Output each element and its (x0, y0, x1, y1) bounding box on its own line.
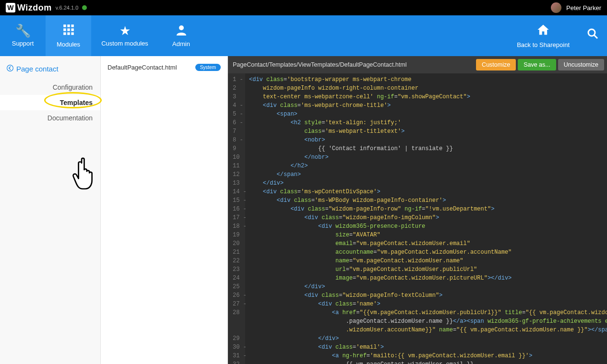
editor-panel: PageContact/Templates/ViewTemplates/Defa… (228, 56, 607, 364)
person-icon (176, 24, 187, 37)
editor-file-path: PageContact/Templates/ViewTemplates/Defa… (233, 61, 406, 68)
svg-rect-0 (63, 24, 66, 27)
svg-rect-4 (67, 28, 70, 31)
sidebar-item-templates[interactable]: Templates (0, 95, 100, 110)
uncustomize-button[interactable]: Uncustomize (558, 59, 604, 70)
arrow-left-icon (7, 65, 13, 73)
svg-line-11 (594, 35, 597, 38)
save-as-button[interactable]: Save as... (518, 59, 556, 70)
version-label: v.6.24.1.0 (56, 5, 79, 11)
editor-header: PageContact/Templates/ViewTemplates/Defa… (228, 56, 607, 73)
sidebar-title-text: Page contact (16, 65, 59, 73)
file-name-label: DefaultPageContact.html (107, 64, 177, 71)
nav-back-label: Back to Sharepoint (517, 41, 570, 48)
home-icon (536, 23, 550, 38)
wrench-icon: 🔧 (15, 24, 31, 37)
svg-point-12 (7, 65, 13, 71)
line-gutter: 1 -2 3 4 -5 -6 -7 8 -9 10 11 12 13 14 -1… (228, 73, 245, 364)
file-list-item[interactable]: DefaultPageContact.html System (107, 64, 221, 71)
file-list: DefaultPageContact.html System (101, 56, 228, 364)
brand-logo-icon: W (6, 3, 15, 12)
topbar: W Wizdom v.6.24.1.0 Peter Parker (0, 0, 607, 15)
sidebar-title[interactable]: Page contact (0, 62, 100, 80)
svg-point-9 (179, 25, 184, 30)
svg-rect-5 (71, 28, 73, 31)
svg-rect-6 (63, 32, 66, 35)
nav-modules-label: Modules (57, 41, 80, 48)
body: Page contact Configuration Templates Doc… (0, 56, 607, 364)
nav-admin[interactable]: Admin (158, 15, 204, 56)
status-indicator-icon (82, 5, 87, 10)
svg-rect-3 (63, 28, 66, 31)
nav-modules[interactable]: Modules (46, 15, 91, 56)
nav-custom-modules[interactable]: ★ Custom modules (91, 15, 158, 56)
nav-support-label: Support (12, 40, 34, 47)
sidebar-templates-label: Templates (60, 99, 93, 106)
nav-back-to-sharepoint[interactable]: Back to Sharepoint (508, 15, 578, 56)
nav-custom-modules-label: Custom modules (101, 40, 148, 47)
nav-support[interactable]: 🔧 Support (0, 15, 46, 56)
svg-rect-1 (67, 24, 70, 27)
svg-rect-2 (71, 24, 73, 27)
star-icon: ★ (119, 24, 131, 37)
system-badge: System (195, 64, 221, 71)
nav-search[interactable] (578, 15, 607, 56)
svg-rect-8 (71, 32, 73, 35)
sidebar-item-documentation[interactable]: Documentation (0, 110, 100, 126)
search-icon (587, 28, 598, 41)
grid-icon (62, 23, 75, 38)
svg-rect-7 (67, 32, 70, 35)
sidebar-item-configuration[interactable]: Configuration (0, 80, 100, 95)
brand-name: Wizdom (17, 3, 52, 13)
brand-logo: W Wizdom (6, 3, 52, 13)
main-nav: 🔧 Support Modules ★ Custom modules Admin… (0, 15, 607, 56)
user-avatar[interactable] (551, 2, 561, 13)
sidebar: Page contact Configuration Templates Doc… (0, 56, 101, 364)
code-editor[interactable]: 1 -2 3 4 -5 -6 -7 8 -9 10 11 12 13 14 -1… (228, 73, 607, 364)
nav-admin-label: Admin (172, 40, 190, 47)
code-content[interactable]: <div class='bootstrap-wrapper ms-webpart… (245, 73, 607, 364)
customize-button[interactable]: Customize (476, 59, 516, 70)
user-name[interactable]: Peter Parker (566, 4, 601, 12)
svg-point-10 (588, 29, 595, 36)
